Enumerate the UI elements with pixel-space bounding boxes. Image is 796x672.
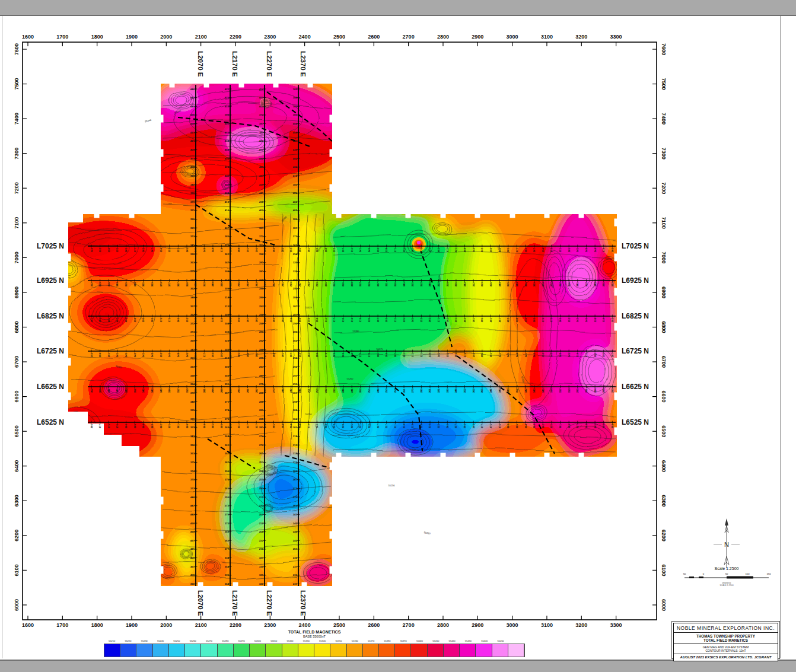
ew-line-label: L6925 N [37,276,64,285]
station-value: 377 [480,423,483,428]
station-value: 446 [190,88,195,91]
station-value: 343 [190,435,195,438]
station-value: 301 [489,352,492,357]
station-value: 439 [293,148,298,151]
station-value: 382 [142,247,145,252]
station-value: 288 [324,247,327,252]
station-value: 369 [190,339,195,342]
station-value: 293 [293,383,298,386]
station-value: 306 [98,352,101,357]
station-value: 277 [263,352,266,357]
station-value: 348 [116,282,119,286]
station-value: 365 [186,247,189,252]
station-value: 354 [190,383,195,386]
station-value: 386 [293,218,298,221]
station-value: 288 [259,400,264,403]
station-value: 365 [133,423,136,428]
colorbar-tick-label: 55370 [368,639,374,642]
station-value: 350 [377,247,380,252]
station-value: 372 [259,235,264,238]
station-value: 411 [446,247,449,252]
station-value: 285 [281,282,284,286]
station-value: 287 [289,352,292,357]
station-value: 364 [142,423,145,428]
station-value: 281 [293,348,298,351]
station-value: 319 [98,282,101,286]
station-value: 396 [190,174,195,177]
station-value: 317 [585,352,588,357]
station-value: 291 [225,383,230,386]
ew-line-label: L6725 N [622,347,649,355]
colorbar-cell [444,644,460,657]
station-value: 342 [133,352,136,357]
station-value: 295 [602,352,605,357]
scale-tick-label: 150 [767,572,771,575]
station-value: 343 [151,352,154,357]
station-value: 356 [186,282,189,286]
station-value: 354 [542,247,545,252]
station-value: 373 [542,282,545,286]
ns-line-label: L2070 E [197,51,204,77]
station-value: 308 [293,409,298,412]
station-value: 413 [225,200,230,203]
x-axis-tick-label-top: 2700 [403,34,415,40]
station-value: 312 [333,282,336,286]
station-value: 402 [259,209,264,212]
station-value: 275 [293,496,298,499]
ew-line-label: L6625 N [37,383,64,391]
station-value: 308 [293,470,298,473]
colorbar-cell [250,644,266,657]
x-axis-tick-label-top: 2600 [368,34,380,40]
station-value: 308 [351,282,354,286]
colorbar-cell [363,644,379,657]
station-value: 372 [190,235,195,238]
station-value: 364 [611,423,614,428]
station-value: 418 [190,122,195,125]
y-axis-tick-label-left: 6200 [14,530,20,542]
station-value: 447 [190,96,195,99]
station-value: 335 [259,565,264,568]
station-value: 263 [225,487,230,490]
property-line1: THOMAS TOWNSHIP PROPERTY [674,634,778,638]
colorbar-cell [460,644,476,657]
station-value: 262 [225,539,230,542]
station-value: 375 [190,461,195,464]
station-value: 294 [293,253,298,256]
x-axis-tick-label-bottom: 2700 [403,622,415,628]
station-value: 365 [454,352,457,357]
station-value: 453 [259,105,264,108]
station-value: 383 [293,183,298,186]
color-scale-bar: TOTAL FIELD MAGNETICS BASE 55000nT 55210… [104,630,525,657]
station-value: 267 [225,452,230,455]
station-value: 280 [263,282,266,286]
station-value: 391 [190,227,195,230]
station-value: 302 [229,317,232,322]
station-value: 342 [142,388,145,393]
station-value: 385 [98,317,101,322]
station-value: 423 [259,139,264,142]
station-value: 388 [237,247,240,252]
station-value: 271 [225,400,230,403]
station-value: 345 [576,282,579,286]
station-value: 352 [437,282,440,286]
station-value: 334 [225,556,230,559]
station-value: 343 [533,388,536,393]
system-line2: CONTOUR INTERVALS: 10nT [674,649,778,652]
station-value: 323 [225,339,230,342]
station-value: 404 [225,148,230,151]
ew-line-label: L6625 N [622,383,649,391]
station-value: 296 [263,423,266,428]
station-value: 226 [368,423,371,428]
station-value: 286 [259,330,264,333]
station-value: 360 [568,423,571,428]
station-value: 246 [281,388,284,393]
ns-line-label: L2270 E [266,51,273,77]
station-value: 350 [489,247,492,252]
x-axis-tick-label-top: 1600 [22,34,34,40]
scale-tick-label: 100 [746,572,750,575]
x-axis-tick-label-top: 3200 [575,34,587,40]
station-value: 362 [160,423,163,428]
y-axis-tick-label-right: 7200 [661,182,667,194]
station-value: 290 [293,322,298,325]
station-value: 277 [225,547,230,550]
